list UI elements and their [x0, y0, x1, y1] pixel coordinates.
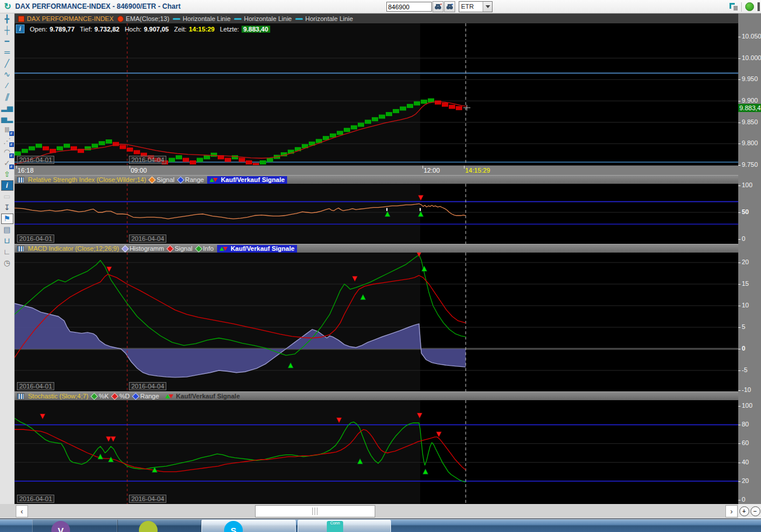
time-label: 09:00 — [131, 167, 147, 174]
exchange-select[interactable]: ETR — [459, 1, 493, 12]
macd-panel-title: MACD Indicator (Close;12;26;9) — [28, 245, 119, 252]
taskbar-app-button-active[interactable] — [201, 520, 296, 532]
header-legend-item[interactable]: Range — [133, 393, 159, 400]
pin-tool-icon[interactable]: ↧ — [1, 202, 13, 213]
signals-badge[interactable]: Kauf/Verkauf Signale — [217, 245, 296, 253]
signals-badge[interactable]: Kauf/Verkauf Signale — [207, 176, 287, 184]
fibonacci-fan-tool-icon[interactable]: ⋰F — [1, 136, 13, 146]
rsi-panel-title: Relative Strength Index (Close;Wilder;14… — [28, 176, 146, 183]
axis-tick — [738, 37, 741, 37]
scroll-right-button[interactable]: › — [725, 505, 738, 517]
legend-item[interactable]: EMA(Close;13) — [117, 15, 170, 22]
resize-corner-tool-icon[interactable]: ∟ — [1, 247, 13, 257]
parallel-trend-tool-icon[interactable]: ∥ — [0, 92, 15, 102]
zoom-out-icon[interactable]: − — [750, 506, 760, 516]
header-legend-item[interactable]: Info — [196, 245, 214, 252]
hline-marker-icon — [295, 18, 303, 20]
time-axis[interactable]: 16:1809:0012:0014:15:29 — [15, 165, 738, 175]
alerts-muted-tool-icon[interactable]: ▭ — [1, 191, 13, 202]
segment-tool-icon[interactable]: ∕ — [1, 80, 13, 91]
bars-up-tool-icon[interactable]: ▂▅ — [1, 103, 13, 113]
fibonacci-arcs-tool-icon[interactable]: ◠F — [1, 147, 13, 158]
diamond-marker-icon — [166, 245, 174, 253]
symbol-input[interactable] — [386, 2, 432, 12]
fibonacci-badge: F — [9, 131, 14, 136]
polyline-tool-icon[interactable]: ∿ — [1, 69, 13, 80]
rsi-panel-header: Relative Strength Index (Close;Wilder;14… — [15, 175, 738, 184]
taskbar-app-button[interactable] — [117, 520, 201, 532]
rsi-panel-plot[interactable]: 2016-04-012016-04-04 — [15, 184, 738, 244]
axis-label: 20 — [742, 258, 749, 265]
legend-item[interactable]: Horizontale Linie — [295, 15, 353, 22]
header-legend-item[interactable]: Histogramm — [123, 245, 164, 252]
scrollbar-thumb[interactable] — [255, 505, 375, 517]
taskbar-app-button[interactable] — [32, 520, 118, 532]
crosshair-tool-icon[interactable]: ┼ — [1, 25, 13, 36]
header-legend-item[interactable]: Range — [178, 176, 204, 183]
diamond-marker-icon — [90, 393, 98, 400]
axis-label: 9.900 — [742, 97, 758, 104]
main-chart-plot[interactable]: i Open:9.789,77Tief:9.732,82Hoch:9.907,0… — [15, 23, 738, 165]
cart-tool-icon: ⊔ — [4, 236, 10, 246]
connect-taskbar-icon[interactable]: Conn — [327, 521, 343, 532]
legend-item[interactable]: Horizontale Linie — [173, 15, 231, 22]
zoom-in-icon[interactable]: + — [739, 506, 749, 516]
scroll-left-button[interactable]: ‹ — [16, 505, 28, 517]
horizontal-segment-tool-icon[interactable]: ━ — [1, 36, 13, 47]
dropdown-chevron-icon[interactable] — [483, 2, 492, 12]
clock-tool-icon[interactable]: ◷ — [1, 258, 13, 268]
search-symbol-button[interactable] — [432, 1, 444, 12]
connection-status-icon — [745, 2, 754, 11]
legend-item[interactable]: Horizontale Linie — [234, 15, 292, 22]
sell-triangle-icon — [213, 178, 218, 182]
fibonacci-retracement-tool-icon[interactable]: ✓F — [1, 158, 13, 169]
axis-label: 10.000 — [742, 54, 761, 61]
header-legend-item[interactable]: %D — [112, 393, 130, 400]
info-item: Tief:9.732,82 — [80, 26, 120, 33]
signals-badge[interactable]: Kauf/Verkauf Signale — [163, 393, 242, 400]
arrow-up-tool-icon[interactable]: ⇧ — [1, 169, 13, 180]
legend-item-label: Horizontale Linie — [305, 15, 353, 22]
fibonacci-lines-tool-icon[interactable]: ⅢF — [1, 125, 13, 135]
clock-tool-icon: ◷ — [4, 258, 10, 268]
legend-item-label: EMA(Close;13) — [126, 15, 170, 22]
time-tick — [423, 166, 423, 169]
info-tool-icon: i — [6, 181, 8, 190]
sell-triangle-icon — [223, 247, 228, 251]
parallel-lines-tool-icon[interactable]: ═ — [1, 47, 13, 58]
info-tool-icon[interactable]: i — [1, 180, 13, 191]
os-taskbar[interactable]: VSConn — [0, 519, 761, 532]
search-history-button[interactable] — [444, 1, 455, 12]
move-tool-icon[interactable]: ╋ — [1, 14, 13, 24]
price-axis-column[interactable]: 10.05010.0009.9509.9009.8509.8009.7509.8… — [738, 13, 761, 504]
info-item: Open:9.789,77 — [30, 26, 75, 33]
layout-icon[interactable] — [729, 3, 738, 10]
header-legend-item[interactable]: Signal — [149, 176, 174, 183]
header-legend-item[interactable]: Signal — [167, 245, 193, 252]
bars-down-tool-icon[interactable]: ▅▂ — [1, 114, 13, 124]
hline-marker-icon — [234, 18, 242, 20]
info-item: Hoch:9.907,05 — [125, 26, 169, 33]
taskbar-app-button-active[interactable] — [298, 520, 391, 532]
macd-panel-plot[interactable]: 2016-04-012016-04-04 — [15, 253, 738, 391]
diamond-marker-icon — [111, 393, 119, 400]
legend-item[interactable]: DAX PERFORMANCE-INDEX — [18, 15, 114, 22]
trendline-tool-icon[interactable]: ╱ — [1, 58, 13, 69]
diamond-marker-icon — [177, 176, 184, 184]
left-toolbar: ╋┼━═╱∿∕∥▂▅▅▂ⅢF⋰F◠F✓F⇧i▭↧⚑▤⊔∟◷ — [0, 13, 15, 504]
horizontal-scrollbar[interactable]: ‹ › + − — [0, 504, 761, 519]
stoch-panel-title: Stochastic (Slow;4;7) — [28, 393, 88, 400]
axis-label: -10 — [742, 386, 751, 393]
time-label: 12:00 — [424, 167, 440, 174]
axis-label: 80 — [742, 421, 749, 428]
print-tool-icon[interactable]: ▤ — [1, 225, 13, 235]
stoch-chart-canvas — [15, 400, 738, 504]
info-value: 9.907,05 — [144, 26, 169, 33]
cart-tool-icon[interactable]: ⊔ — [1, 236, 13, 246]
flag-tool-icon[interactable]: ⚑ — [1, 214, 13, 224]
axis-tick — [738, 186, 741, 186]
stochastic-panel-plot[interactable]: 2016-04-012016-04-04 — [15, 400, 738, 504]
axis-label: 100 — [742, 181, 752, 188]
legend-item-label: Horizontale Linie — [244, 15, 292, 22]
header-legend-item[interactable]: %K — [92, 393, 109, 400]
